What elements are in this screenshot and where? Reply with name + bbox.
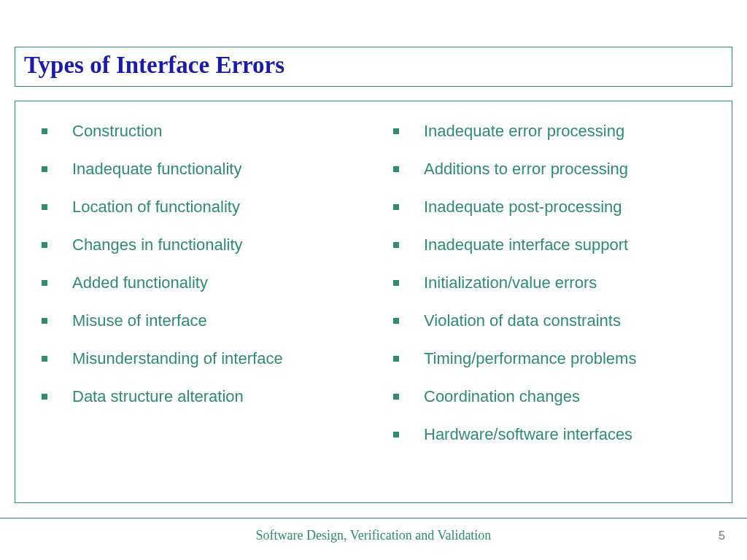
- bullet-icon: [393, 242, 399, 248]
- right-column: Inadequate error processing Additions to…: [377, 122, 714, 482]
- bullet-icon: [42, 242, 47, 248]
- item-text: Inadequate interface support: [424, 236, 628, 254]
- bullet-icon: [42, 394, 47, 400]
- bullet-icon: [393, 166, 399, 172]
- list-item: Construction: [33, 122, 363, 141]
- bullet-icon: [42, 356, 47, 362]
- list-item: Hardware/software interfaces: [384, 425, 714, 444]
- item-text: Additions to error processing: [424, 160, 628, 179]
- list-item: Inadequate post-processing: [384, 198, 714, 217]
- item-text: Timing/performance problems: [424, 349, 636, 368]
- footer-text: Software Design, Verification and Valida…: [0, 528, 747, 543]
- bullet-icon: [393, 128, 399, 134]
- bullet-icon: [42, 318, 47, 324]
- bullet-icon: [393, 204, 399, 210]
- title-box: Types of Interface Errors: [15, 47, 732, 87]
- list-item: Timing/performance problems: [384, 349, 714, 368]
- list-item: Additions to error processing: [384, 160, 714, 179]
- bullet-icon: [393, 280, 399, 286]
- item-text: Inadequate post-processing: [424, 198, 622, 217]
- list-item: Inadequate functionality: [33, 160, 363, 179]
- bullet-icon: [393, 318, 399, 324]
- item-text: Coordination changes: [424, 387, 580, 406]
- item-text: Inadequate error processing: [424, 122, 624, 141]
- list-item: Coordination changes: [384, 387, 714, 406]
- item-text: Changes in functionality: [72, 236, 243, 254]
- list-item: Inadequate error processing: [384, 122, 714, 141]
- list-item: Location of functionality: [33, 198, 363, 217]
- list-item: Added functionality: [33, 273, 363, 292]
- item-text: Misunderstanding of interface: [72, 349, 283, 368]
- item-text: Misuse of interface: [72, 311, 207, 330]
- list-item: Initialization/value errors: [384, 273, 714, 292]
- list-item: Data structure alteration: [33, 387, 363, 406]
- item-text: Initialization/value errors: [424, 273, 597, 292]
- bullet-icon: [42, 204, 47, 210]
- item-text: Construction: [72, 122, 163, 141]
- item-text: Location of functionality: [72, 198, 240, 217]
- item-text: Added functionality: [72, 273, 208, 292]
- bullet-icon: [393, 394, 399, 400]
- bullet-icon: [393, 356, 399, 362]
- list-item: Misunderstanding of interface: [33, 349, 363, 368]
- page-number: 5: [719, 529, 725, 542]
- item-text: Hardware/software interfaces: [424, 425, 632, 444]
- bullet-icon: [42, 280, 47, 286]
- item-text: Data structure alteration: [72, 387, 244, 406]
- list-item: Changes in functionality: [33, 236, 363, 254]
- item-text: Inadequate functionality: [72, 160, 241, 179]
- item-text: Violation of data constraints: [424, 311, 621, 330]
- footer-divider: [0, 518, 747, 519]
- list-item: Misuse of interface: [33, 311, 363, 330]
- list-item: Violation of data constraints: [384, 311, 714, 330]
- bullet-icon: [42, 166, 47, 172]
- bullet-icon: [42, 128, 47, 134]
- slide-title: Types of Interface Errors: [24, 52, 723, 79]
- content-box: Construction Inadequate functionality Lo…: [15, 101, 732, 503]
- bullet-icon: [393, 432, 399, 438]
- list-item: Inadequate interface support: [384, 236, 714, 254]
- left-column: Construction Inadequate functionality Lo…: [33, 122, 377, 482]
